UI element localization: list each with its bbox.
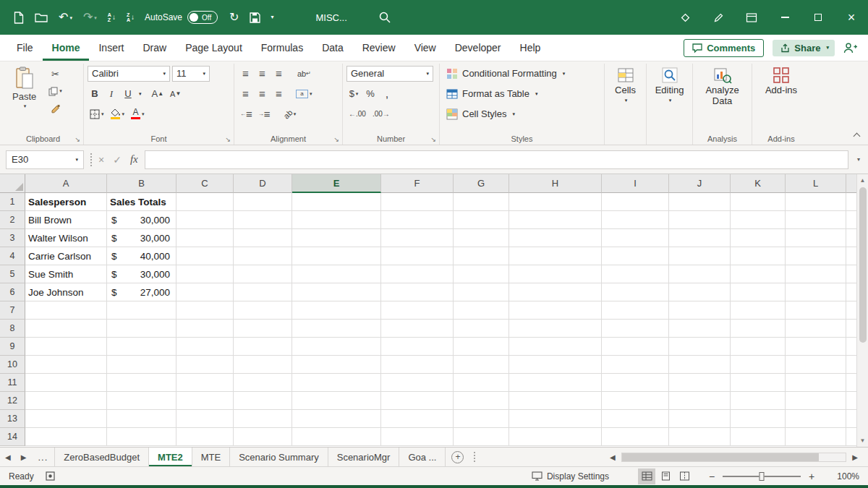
align-left-button[interactable]: ≡ [238, 86, 252, 102]
cell-G13[interactable] [454, 410, 509, 428]
page-break-view-button[interactable] [676, 468, 693, 484]
column-header-g[interactable]: G [454, 174, 509, 193]
cell-E7[interactable] [292, 301, 381, 320]
cell-D1[interactable] [234, 193, 292, 211]
cell-I4[interactable] [602, 247, 669, 265]
cell-G3[interactable] [454, 229, 509, 247]
bold-button[interactable]: B [88, 86, 102, 102]
cell-A1[interactable]: Salesperson [25, 193, 107, 211]
cell-B7[interactable] [107, 301, 176, 320]
sort-descending-icon[interactable]: ZA↓ [127, 12, 135, 22]
insert-function-icon[interactable]: fx [130, 153, 138, 166]
increase-font-size-button[interactable]: A▲ [150, 86, 166, 102]
comments-button[interactable]: Comments [684, 39, 764, 57]
italic-button[interactable]: I [104, 86, 119, 102]
cell-C7[interactable] [176, 301, 234, 320]
ribbon-tab-page-layout[interactable]: Page Layout [176, 35, 252, 61]
horizontal-scrollbar[interactable]: ◀ ▶ [604, 448, 868, 466]
cell-B12[interactable] [107, 392, 176, 410]
row-header-6[interactable]: 6 [0, 283, 25, 301]
align-right-button[interactable]: ≡ [271, 86, 286, 102]
add-ins-button[interactable]: Add-ins [756, 64, 807, 96]
cell-K8[interactable] [731, 320, 786, 338]
cell-F1[interactable] [381, 193, 454, 211]
cell-A7[interactable] [25, 301, 107, 320]
cell-D11[interactable] [234, 374, 292, 392]
cell-K4[interactable] [731, 247, 786, 265]
cell-A12[interactable] [25, 392, 107, 410]
cell-K13[interactable] [731, 410, 786, 428]
cell-J4[interactable] [669, 247, 731, 265]
cell-E9[interactable] [292, 338, 381, 356]
zoom-out-button[interactable]: − [707, 471, 716, 482]
share-button[interactable]: Share ▾ [773, 40, 835, 56]
cell-A9[interactable] [25, 338, 107, 356]
cell-G4[interactable] [454, 247, 509, 265]
cell-L13[interactable] [786, 410, 846, 428]
row-header-14[interactable]: 14 [0, 428, 25, 446]
cell-G7[interactable] [454, 301, 509, 320]
close-button[interactable]: × [835, 0, 868, 35]
cell-D7[interactable] [234, 301, 292, 320]
cell-I9[interactable] [602, 338, 669, 356]
cell-C4[interactable] [176, 247, 234, 265]
cell-K11[interactable] [731, 374, 786, 392]
cell-G5[interactable] [454, 265, 509, 283]
cell-K10[interactable] [731, 356, 786, 374]
cell-A11[interactable] [25, 374, 107, 392]
cell-D12[interactable] [234, 392, 292, 410]
font-color-button[interactable]: A ▾ [129, 106, 147, 122]
cell-D8[interactable] [234, 320, 292, 338]
align-top-button[interactable]: ≡ [238, 66, 252, 82]
percent-style-button[interactable]: % [363, 86, 378, 102]
cell-I13[interactable] [602, 410, 669, 428]
cell-G14[interactable] [454, 428, 509, 446]
cell-G6[interactable] [454, 283, 509, 301]
cell-A14[interactable] [25, 428, 107, 446]
cell-K12[interactable] [731, 392, 786, 410]
cell-L10[interactable] [786, 356, 846, 374]
row-header-1[interactable]: 1 [0, 193, 25, 211]
cell-C1[interactable] [176, 193, 234, 211]
decrease-decimal-button[interactable]: .00→ [370, 106, 392, 122]
collapse-ribbon-icon[interactable] [854, 133, 861, 140]
cell-H4[interactable] [509, 247, 602, 265]
cell-E6[interactable] [292, 283, 381, 301]
cell-F2[interactable] [381, 211, 454, 229]
ribbon-tab-home[interactable]: Home [43, 35, 90, 61]
sheet-tab-overflow[interactable]: ... [31, 448, 55, 466]
cell-G9[interactable] [454, 338, 509, 356]
cell-I8[interactable] [602, 320, 669, 338]
cell-I1[interactable] [602, 193, 669, 211]
new-sheet-button[interactable]: + [451, 451, 464, 463]
macro-record-icon[interactable] [46, 471, 55, 481]
cell-H10[interactable] [509, 356, 602, 374]
font-name-combo[interactable]: Calibri▾ [88, 66, 170, 82]
borders-button[interactable]: ▾ [88, 106, 106, 122]
ribbon-tab-help[interactable]: Help [511, 35, 550, 61]
cell-I14[interactable] [602, 428, 669, 446]
cell-L5[interactable] [786, 265, 846, 283]
sheet-nav-right-icon[interactable]: ▶ [16, 448, 32, 466]
cell-C5[interactable] [176, 265, 234, 283]
people-icon[interactable] [843, 43, 858, 53]
cell-B9[interactable] [107, 338, 176, 356]
increase-decimal-button[interactable]: ←.00 [346, 106, 368, 122]
column-header-c[interactable]: C [176, 174, 234, 193]
formula-input[interactable] [145, 150, 848, 169]
ribbon-tab-review[interactable]: Review [353, 35, 405, 61]
fill-color-button[interactable]: ▾ [109, 106, 127, 122]
cell-K9[interactable] [731, 338, 786, 356]
cell-H2[interactable] [509, 211, 602, 229]
decrease-indent-button[interactable]: ←≡ [238, 106, 254, 122]
cell-A10[interactable] [25, 356, 107, 374]
cell-E2[interactable] [292, 211, 381, 229]
cell-L8[interactable] [786, 320, 846, 338]
cell-H12[interactable] [509, 392, 602, 410]
paste-button[interactable]: Paste ▾ [7, 64, 42, 116]
cell-K7[interactable] [731, 301, 786, 320]
cell-D14[interactable] [234, 428, 292, 446]
cell-J6[interactable] [669, 283, 731, 301]
name-box[interactable]: E30 ▾ [6, 150, 84, 169]
cell-A13[interactable] [25, 410, 107, 428]
